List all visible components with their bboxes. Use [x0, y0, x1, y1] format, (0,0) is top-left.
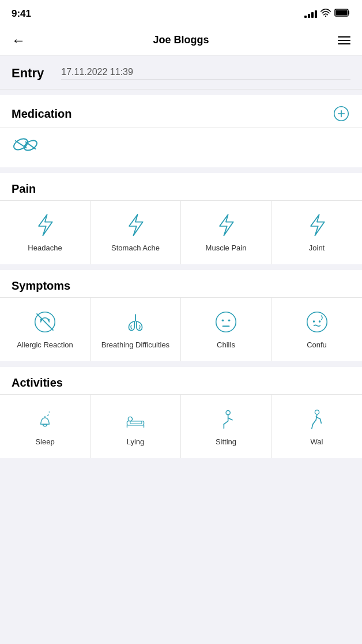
nav-title: Joe Bloggs: [153, 34, 209, 46]
pain-item-joint[interactable]: Joint: [272, 201, 362, 264]
svg-point-18: [307, 312, 327, 332]
pain-item-headache[interactable]: Headache: [0, 201, 90, 264]
signal-icon: [304, 10, 317, 18]
svg-point-0: [325, 16, 326, 17]
symptom-label-breathing: Breathing Difficulties: [101, 340, 169, 350]
symptom-label-confused: Confu: [307, 340, 327, 350]
svg-rect-23: [127, 421, 144, 425]
pain-section: Pain Headache Stomach Ache: [0, 173, 362, 264]
svg-rect-2: [336, 10, 348, 16]
symptom-item-chills[interactable]: Chills: [181, 298, 272, 361]
entry-header: Entry 17.11.2022 11:39: [0, 55, 362, 89]
svg-point-24: [128, 417, 132, 421]
svg-point-19: [312, 320, 315, 323]
svg-point-15: [222, 319, 224, 321]
svg-text:z: z: [48, 410, 50, 414]
symptom-label-allergic: Allergic Reaction: [17, 340, 73, 350]
symptom-item-allergic[interactable]: Allergic Reaction: [0, 298, 90, 361]
svg-point-28: [226, 410, 230, 414]
svg-point-30: [315, 410, 319, 414]
symptom-item-breathing[interactable]: Breathing Difficulties: [90, 298, 181, 361]
symptoms-items-row: Allergic Reaction Breathing Difficulties: [0, 297, 362, 361]
activities-items-row: z z Sleep Lying: [0, 394, 362, 458]
medication-icon: [12, 133, 42, 156]
pain-header: Pain: [0, 173, 362, 200]
activity-item-lying[interactable]: Lying: [90, 395, 181, 458]
svg-point-14: [216, 312, 236, 332]
activities-section: Activities z z Sleep: [0, 367, 362, 458]
sitting-icon: [213, 406, 239, 432]
pain-title: Pain: [12, 182, 36, 196]
activity-item-walking[interactable]: Wal: [272, 395, 362, 458]
chills-icon: [213, 309, 239, 335]
medication-header: Medication: [0, 95, 362, 128]
activities-title: Activities: [12, 376, 63, 390]
bolt-icon-headache: [32, 212, 58, 238]
wifi-icon: [320, 9, 331, 19]
pain-label-stomach: Stomach Ache: [111, 244, 160, 253]
symptom-item-confused[interactable]: Confu: [272, 298, 362, 361]
nav-bar: ← Joe Bloggs: [0, 25, 362, 55]
menu-button[interactable]: [332, 36, 350, 44]
activity-item-sitting[interactable]: Sitting: [181, 395, 272, 458]
symptoms-title: Symptoms: [12, 279, 70, 293]
medication-title: Medication: [12, 107, 71, 121]
svg-point-20: [318, 320, 320, 323]
medication-add-button[interactable]: [332, 104, 350, 123]
svg-point-13: [48, 319, 50, 321]
pain-label-joint: Joint: [309, 244, 325, 253]
lying-icon: [123, 406, 148, 432]
pain-item-muscle[interactable]: Muscle Pain: [181, 201, 272, 264]
activity-label-sitting: Sitting: [216, 437, 236, 447]
walking-icon: [304, 406, 330, 432]
status-icons: [304, 9, 350, 19]
status-time: 9:41: [12, 8, 31, 20]
activity-label-walking: Wal: [311, 437, 323, 447]
medication-section: Medication: [0, 95, 362, 167]
status-bar: 9:41: [0, 0, 362, 25]
pain-items-row: Headache Stomach Ache Muscle Pain: [0, 200, 362, 264]
activities-header: Activities: [0, 367, 362, 394]
svg-point-16: [228, 319, 231, 321]
bolt-icon-muscle: [213, 212, 239, 238]
activity-label-sleep: Sleep: [35, 437, 54, 447]
activity-label-lying: Lying: [127, 437, 145, 447]
confused-icon: [304, 309, 330, 335]
sleep-icon: z z: [32, 406, 58, 432]
symptoms-header: Symptoms: [0, 270, 362, 297]
medication-content: [0, 128, 362, 167]
pain-label-muscle: Muscle Pain: [206, 244, 247, 253]
pain-label-headache: Headache: [28, 244, 62, 253]
svg-line-11: [36, 313, 53, 330]
allergic-icon: [32, 309, 58, 335]
battery-icon: [334, 9, 350, 19]
pain-item-stomach[interactable]: Stomach Ache: [90, 201, 181, 264]
symptom-label-chills: Chills: [217, 340, 235, 350]
activity-item-sleep[interactable]: z z Sleep: [0, 395, 90, 458]
entry-date: 17.11.2022 11:39: [61, 67, 350, 80]
bolt-icon-stomach: [123, 212, 148, 238]
bolt-icon-joint: [304, 212, 330, 238]
back-button[interactable]: ←: [12, 32, 30, 48]
entry-label: Entry: [12, 66, 44, 81]
symptoms-section: Symptoms Allergic Reaction: [0, 270, 362, 361]
svg-point-12: [40, 319, 43, 321]
lungs-icon: [123, 309, 148, 335]
